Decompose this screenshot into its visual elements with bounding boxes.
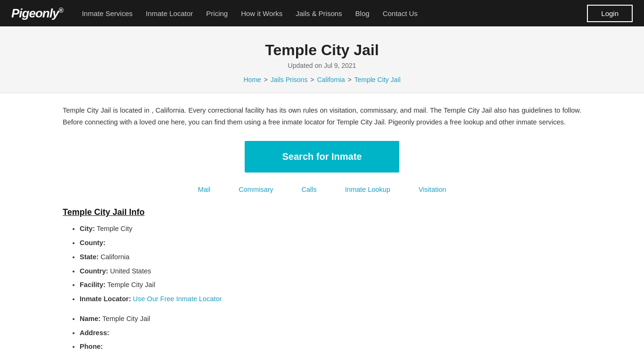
calls-tab[interactable]: Calls <box>302 186 317 193</box>
state-value: California <box>100 253 129 261</box>
how-it-works-link[interactable]: How it Works <box>241 9 282 17</box>
inmate-locator-link-detail[interactable]: Use Our Free Inmate Locator <box>133 295 222 303</box>
phone-label: Phone: <box>80 343 103 350</box>
list-item: County: <box>80 238 581 248</box>
description-text: Temple City Jail is located in , Califor… <box>63 105 581 128</box>
visitation-tab[interactable]: Visitation <box>419 186 446 193</box>
list-item: Country: United States <box>80 266 581 277</box>
name-label: Name: <box>80 315 100 322</box>
contact-us-link[interactable]: Contact Us <box>383 9 418 17</box>
sub-navigation: Mail Commisary Calls Inmate Lookup Visit… <box>63 186 581 193</box>
page-title: Temple City Jail <box>9 41 635 59</box>
state-label: State: <box>80 253 99 261</box>
contact-section: Name: Temple City Jail Address: Phone: <box>63 314 581 352</box>
inmate-locator-label: Inmate Locator: <box>80 295 131 303</box>
main-content: Temple City Jail is located in , Califor… <box>44 93 600 362</box>
site-logo: Pigeonly® <box>11 6 63 21</box>
facility-value: Temple City Jail <box>107 281 156 288</box>
address-label: Address: <box>80 329 109 337</box>
breadcrumb-sep-3: > <box>347 76 353 83</box>
breadcrumb-sep-1: > <box>264 76 270 83</box>
breadcrumb-home[interactable]: Home <box>243 76 261 83</box>
breadcrumb-current: Temple City Jail <box>354 76 400 83</box>
mail-tab[interactable]: Mail <box>198 186 211 193</box>
page-updated: Updated on Jul 9, 2021 <box>9 62 635 69</box>
jail-info-section: Temple City Jail Info City: Temple City … <box>63 207 581 304</box>
facility-label: Facility: <box>80 281 106 288</box>
nav-links: Inmate Services Inmate Locator Pricing H… <box>82 9 587 17</box>
country-value: United States <box>110 267 151 275</box>
search-btn-wrapper: Search for Inmate <box>63 141 581 173</box>
breadcrumb: Home > Jails Prisons > California > Temp… <box>9 76 635 83</box>
list-item: State: California <box>80 252 581 263</box>
list-item: City: Temple City <box>80 224 581 234</box>
list-item: Facility: Temple City Jail <box>80 280 581 290</box>
city-label: City: <box>80 225 95 232</box>
search-for-inmate-button[interactable]: Search for Inmate <box>245 141 400 173</box>
inmate-locator-link[interactable]: Inmate Locator <box>146 9 193 17</box>
jail-info-title: Temple City Jail Info <box>63 207 581 217</box>
breadcrumb-sep-2: > <box>310 76 316 83</box>
inmate-lookup-tab[interactable]: Inmate Lookup <box>345 186 390 193</box>
pricing-link[interactable]: Pricing <box>206 9 228 17</box>
blog-link[interactable]: Blog <box>355 9 370 17</box>
logo-registered: ® <box>58 7 63 14</box>
inmate-services-link[interactable]: Inmate Services <box>82 9 133 17</box>
city-value: Temple City <box>97 225 132 232</box>
jails-prisons-link[interactable]: Jails & Prisons <box>296 9 342 17</box>
breadcrumb-jails[interactable]: Jails Prisons <box>271 76 308 83</box>
login-button[interactable]: Login <box>587 5 633 22</box>
list-item: Inmate Locator: Use Our Free Inmate Loca… <box>80 294 581 304</box>
county-label: County: <box>80 239 106 247</box>
contact-list: Name: Temple City Jail Address: Phone: <box>63 314 581 352</box>
navbar: Pigeonly® Inmate Services Inmate Locator… <box>0 0 644 26</box>
commisary-tab[interactable]: Commisary <box>239 186 273 193</box>
list-item: Phone: <box>80 342 581 352</box>
list-item: Name: Temple City Jail <box>80 314 581 324</box>
list-item: Address: <box>80 328 581 338</box>
name-value: Temple City Jail <box>102 315 150 322</box>
jail-info-list: City: Temple City County: State: Califor… <box>63 224 581 304</box>
country-label: Country: <box>80 267 108 275</box>
page-header: Temple City Jail Updated on Jul 9, 2021 … <box>0 26 644 93</box>
breadcrumb-state[interactable]: California <box>317 76 345 83</box>
